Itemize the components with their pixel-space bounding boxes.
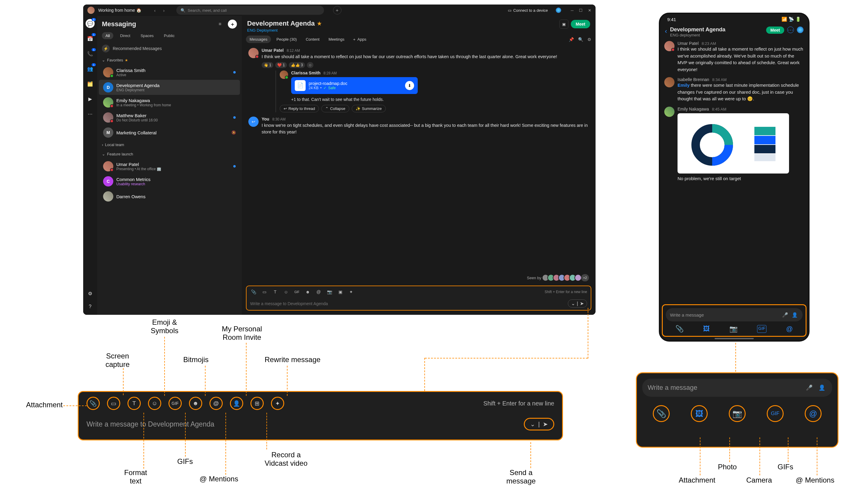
vidcast-icon[interactable]: ⊞ — [250, 397, 264, 410]
screen-capture-icon[interactable]: ▭ — [107, 397, 120, 410]
user-avatar[interactable] — [87, 7, 95, 14]
filter-icon[interactable]: ≡ — [216, 20, 224, 28]
summarize-button[interactable]: ✨Summarize — [352, 105, 386, 112]
section-feature[interactable]: ⌄ Feature launch — [97, 150, 242, 159]
reaction-pill[interactable]: 👍👍 3 — [289, 62, 305, 68]
vidcast-icon[interactable]: ▣ — [337, 289, 344, 295]
section-favorites[interactable]: ⌄ Favorites ★ — [97, 56, 242, 65]
compose-input[interactable]: Write a message to Development Agenda — [87, 420, 524, 428]
reaction-pill[interactable]: 👋 1 — [261, 62, 273, 68]
recommended-messages[interactable]: ⚡ Recommended Messages — [97, 41, 242, 56]
maximize-icon[interactable]: ☐ — [579, 8, 583, 13]
mobile-meet-button[interactable]: Meet — [766, 27, 784, 34]
conv-emily[interactable]: Emily Nakagawa In a meeting • Working fr… — [99, 95, 240, 110]
attachment-icon[interactable]: 📎 — [250, 289, 257, 295]
tab-meetings[interactable]: Meetings — [325, 36, 348, 43]
filter-spaces[interactable]: Spaces — [137, 32, 157, 39]
compose-input-large[interactable]: Write a message 🎤 👤 — [642, 379, 832, 397]
mention-icon[interactable]: @ — [786, 325, 793, 333]
rail-calendar-icon[interactable]: 📅1 — [86, 34, 95, 43]
filter-public[interactable]: Public — [160, 32, 178, 39]
tab-apps[interactable]: ＋Apps — [352, 37, 367, 42]
conv-dev-agenda[interactable]: D Development Agenda ENG Deployment — [99, 80, 240, 95]
rail-chat-icon[interactable]: 💬5 — [86, 19, 95, 28]
rewrite-icon[interactable]: ✦ — [271, 397, 284, 410]
assistant-icon[interactable] — [556, 7, 561, 13]
attachment-icon[interactable]: 📎 — [87, 397, 100, 410]
meet-button[interactable]: Meet — [571, 20, 590, 28]
photo-icon[interactable]: 🖼 — [691, 405, 708, 422]
filter-direct[interactable]: Direct — [116, 32, 134, 39]
search-input[interactable]: 🔍 Search, meet, and call — [176, 6, 324, 15]
tab-people[interactable]: People (30) — [273, 36, 300, 43]
forward-arrow-icon[interactable]: › — [161, 7, 167, 13]
pin-icon[interactable]: 📌 — [569, 37, 574, 42]
rail-more-icon[interactable]: ⋯ — [86, 109, 95, 119]
compose-new-icon[interactable]: ＋ — [228, 20, 237, 29]
people-icon[interactable]: 👤 — [791, 311, 798, 318]
favorite-star-icon[interactable]: ★ — [317, 21, 321, 27]
tab-messages[interactable]: Messages — [246, 36, 271, 43]
format-text-icon[interactable]: T — [272, 289, 278, 295]
conv-darren[interactable]: Darren Owens — [99, 189, 240, 204]
chart-image[interactable] — [678, 113, 789, 173]
collapse-button[interactable]: ⌃Collapse — [321, 105, 349, 112]
rail-help-icon[interactable]: ? — [86, 302, 95, 311]
back-icon[interactable]: ‹ — [665, 27, 667, 35]
file-attachment[interactable]: 📄 project-roadmap.doc 24 KB• ✓ Safe — [291, 77, 418, 94]
send-button[interactable]: ⌄|➤ — [524, 418, 554, 430]
screen-capture-icon[interactable]: ▭ — [261, 289, 268, 295]
search-tab-icon[interactable]: 🔍 — [578, 37, 583, 42]
mention-icon[interactable]: @ — [805, 405, 822, 422]
personal-room-icon[interactable]: 📷 — [326, 289, 333, 295]
reply-thread-button[interactable]: ↩Reply to thread — [280, 105, 319, 112]
mention-icon[interactable]: @ — [315, 289, 322, 295]
conv-matthew[interactable]: Matthew Baker Do Not Disturb until 16:00 — [99, 110, 240, 125]
tab-content[interactable]: Content — [302, 36, 323, 43]
send-button[interactable]: ⌄|➤ — [568, 299, 587, 307]
rail-settings-icon[interactable]: ⚙ — [86, 289, 95, 298]
camera-icon[interactable]: 📷 — [730, 325, 738, 333]
conv-common-metrics[interactable]: C Common Metrics Usability research — [99, 174, 240, 189]
seen-more[interactable]: +2 — [581, 274, 589, 281]
mic-icon[interactable]: 🎤 — [781, 311, 789, 318]
add-reaction-icon[interactable]: ☺ — [307, 62, 313, 68]
emoji-icon[interactable]: ☺ — [148, 397, 161, 410]
attachment-icon[interactable]: 📎 — [653, 405, 670, 422]
conv-umar[interactable]: Umar Patel Presenting • At the office 🏢 — [99, 159, 240, 174]
conv-clarissa[interactable]: Clarissa Smith Active — [99, 65, 240, 80]
camera-icon[interactable]: 📷 — [729, 405, 746, 422]
gif-icon[interactable]: GIF — [293, 289, 300, 295]
personal-room-icon[interactable]: 👤 — [230, 397, 243, 410]
section-local[interactable]: › Local team — [97, 140, 242, 150]
view-icon[interactable]: ▣ — [559, 20, 568, 29]
format-text-icon[interactable]: T — [127, 397, 141, 410]
reaction-pill[interactable]: ❤️ 1 — [275, 62, 287, 68]
rail-folder-icon[interactable]: 🗂️ — [86, 79, 95, 88]
bitmoji-icon[interactable]: ☻ — [304, 289, 311, 295]
download-icon[interactable]: ⬇ — [405, 81, 414, 90]
mention-icon[interactable]: @ — [210, 397, 223, 410]
photo-icon[interactable]: 🖼 — [703, 325, 710, 333]
assistant-icon[interactable] — [797, 27, 804, 33]
mic-icon[interactable]: 🎤 — [804, 383, 814, 392]
more-icon[interactable]: ⋯ — [787, 27, 794, 33]
rail-phone-icon[interactable]: 📞1 — [86, 49, 95, 58]
emoji-icon[interactable]: ☺ — [283, 289, 289, 295]
chat-subtitle[interactable]: ENG Deployment — [247, 28, 559, 33]
settings-tab-icon[interactable]: ⚙ — [587, 37, 591, 42]
close-icon[interactable]: ✕ — [588, 8, 591, 13]
rail-vidcast-icon[interactable]: ▶ — [86, 94, 95, 103]
rewrite-icon[interactable]: ✦ — [348, 289, 354, 295]
attachment-icon[interactable]: 📎 — [675, 325, 684, 333]
people-icon[interactable]: 👤 — [817, 383, 827, 392]
plus-button[interactable]: ＋ — [333, 6, 341, 14]
back-arrow-icon[interactable]: ‹ — [152, 7, 158, 13]
user-status[interactable]: Working from home 🏠 — [98, 8, 141, 13]
minimize-icon[interactable]: ─ — [571, 8, 574, 13]
gif-icon[interactable]: GIF — [168, 397, 182, 410]
gif-icon[interactable]: GIF — [757, 325, 767, 333]
mobile-compose-input[interactable]: Write a message 🎤 👤 — [666, 308, 803, 321]
compose-input[interactable] — [250, 301, 568, 306]
rail-teams-icon[interactable]: 👥1 — [86, 64, 95, 73]
